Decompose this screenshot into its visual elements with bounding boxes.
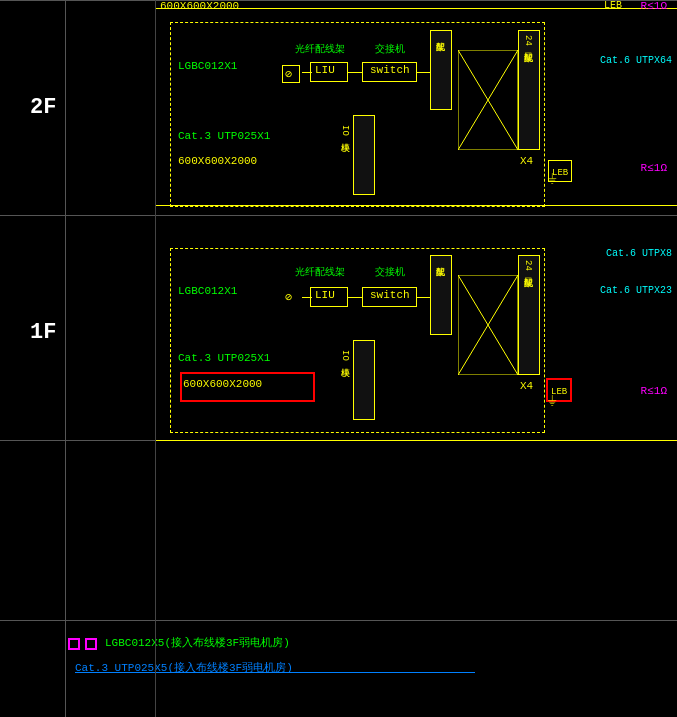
1f-cat6-23-label: Cat.6 UTPX23 xyxy=(600,285,672,296)
left-border-line xyxy=(155,0,156,717)
top-text: 600X600X2000 xyxy=(160,0,239,12)
2f-x-pattern xyxy=(458,50,518,150)
2f-cat6-64-label: Cat.6 UTPX64 xyxy=(600,55,672,66)
2f-switch-text: switch xyxy=(370,64,410,76)
2f-slash: ⊘ xyxy=(285,67,292,82)
1f-io-box xyxy=(353,340,375,420)
2f-switch-label-top: 交接机 xyxy=(375,42,405,56)
1f-switch-label-top: 交接机 xyxy=(375,265,405,279)
1f-x4-label: X4 xyxy=(520,380,533,392)
grid-h0 xyxy=(0,0,677,1)
1f-lgbc-label: LGBC012X1 xyxy=(178,285,237,297)
2f-patch-panel xyxy=(430,30,452,110)
2f-lgbc-label: LGBC012X1 xyxy=(178,60,237,72)
1f-bottom-line xyxy=(155,440,677,441)
2f-24port-box xyxy=(518,30,540,150)
2f-cabinet-label: 600X600X2000 xyxy=(178,155,257,167)
1f-line2 xyxy=(348,297,362,298)
2f-resistance: R≤1Ω xyxy=(641,162,667,174)
2f-io-box xyxy=(353,115,375,195)
1f-24port-box xyxy=(518,255,540,375)
2f-liu-text: LIU xyxy=(315,64,335,76)
1f-ground: ⏚ xyxy=(548,392,556,408)
2f-line1 xyxy=(302,72,312,73)
floor-label-2f: 2F xyxy=(30,95,56,120)
2f-optical-label: 光纤配线架 xyxy=(295,42,345,56)
1f-cabinet-text: 600X600X2000 xyxy=(183,378,262,390)
bottom-blue-line xyxy=(75,672,475,673)
top-right-text: R≤1Ω xyxy=(641,0,667,12)
1f-liu-text: LIU xyxy=(315,289,335,301)
1f-switch-text: switch xyxy=(370,289,410,301)
bottom-magenta-box2 xyxy=(85,638,97,650)
2f-cat3-label: Cat.3 UTP025X1 xyxy=(178,130,270,142)
2f-x4-label: X4 xyxy=(520,155,533,167)
top-right-leq: LEB xyxy=(604,0,622,11)
grid-h1 xyxy=(0,215,677,216)
bottom-magenta-box1 xyxy=(68,638,80,650)
2f-ground: ⏚ xyxy=(548,170,556,186)
1f-x-pattern xyxy=(458,275,518,375)
1f-optical-label: 光纤配线架 xyxy=(295,265,345,279)
1f-io-label: IO模块 xyxy=(338,350,351,361)
1f-cat3-label: Cat.3 UTP025X1 xyxy=(178,352,270,364)
1f-patch-panel xyxy=(430,255,452,335)
2f-bottom-line xyxy=(155,205,677,206)
1f-line1 xyxy=(302,297,312,298)
1f-cat6-8-label: Cat.6 UTPX8 xyxy=(606,248,672,259)
grid-v1 xyxy=(65,0,66,717)
2f-io-label: IO模块 xyxy=(338,125,351,136)
network-diagram: 600X600X2000 R≤1Ω LEB 2F LGBC012X1 光纤配线架… xyxy=(0,0,677,717)
1f-24port-text: 24口配线架 xyxy=(521,260,534,271)
floor-label-1f: 1F xyxy=(30,320,56,345)
bottom-lgbc-label: LGBC012X5(接入布线楼3F弱电机房) xyxy=(105,635,290,650)
1f-resistance: R≤1Ω xyxy=(641,385,667,397)
1f-slash: ⊘ xyxy=(285,290,292,305)
2f-24port-text: 24口配线架 xyxy=(521,35,534,46)
grid-h3 xyxy=(0,620,677,621)
2f-line2 xyxy=(348,72,362,73)
